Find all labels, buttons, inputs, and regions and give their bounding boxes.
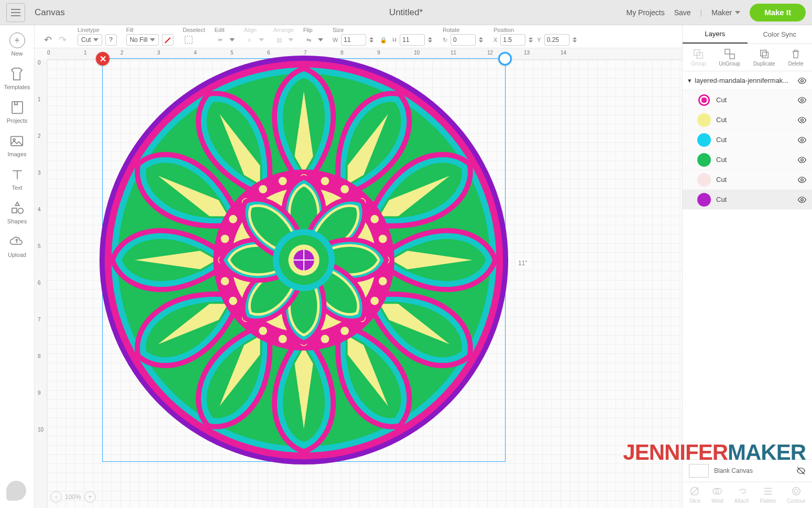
mandala-artwork[interactable] bbox=[97, 53, 511, 467]
machine-select[interactable]: Maker bbox=[711, 8, 740, 17]
footer-actions: Slice Weld Attach Flatten Contour bbox=[683, 482, 812, 508]
y-label: Y bbox=[537, 37, 541, 43]
tab-layers[interactable]: Layers bbox=[683, 25, 748, 44]
redo-button[interactable]: ↷ bbox=[57, 34, 68, 46]
svg-rect-3 bbox=[185, 36, 192, 44]
tab-colorsync[interactable]: Color Sync bbox=[748, 25, 813, 44]
new-label: New bbox=[11, 50, 23, 57]
rotate-handle[interactable] bbox=[498, 52, 512, 66]
duplicate-button[interactable]: Duplicate bbox=[753, 48, 775, 67]
upload-label: Upload bbox=[8, 252, 26, 258]
make-it-button[interactable]: Make It bbox=[750, 4, 806, 21]
new-tool[interactable]: + New bbox=[9, 33, 25, 57]
layer-row[interactable]: Cut bbox=[683, 150, 812, 170]
chevron-down-icon bbox=[735, 11, 740, 14]
undo-button[interactable]: ↶ bbox=[42, 34, 53, 46]
text-icon bbox=[9, 167, 25, 182]
visibility-toggle[interactable] bbox=[797, 155, 807, 165]
layer-thumb bbox=[697, 193, 711, 207]
layer-thumb bbox=[697, 173, 711, 187]
y-stepper[interactable] bbox=[573, 37, 578, 42]
y-input[interactable]: 0.25 bbox=[544, 34, 569, 46]
cut-button[interactable]: ✂ bbox=[215, 34, 226, 46]
zoom-out-button[interactable]: − bbox=[50, 491, 62, 503]
visibility-toggle[interactable] bbox=[797, 76, 807, 85]
projects-label: Projects bbox=[7, 117, 28, 124]
layer-row[interactable]: Cut bbox=[683, 110, 812, 130]
layer-label: Cut bbox=[716, 96, 727, 104]
ruler-vertical: 012345678910 bbox=[35, 60, 47, 508]
size-label: Size bbox=[333, 27, 433, 33]
fill-swatch[interactable] bbox=[162, 34, 173, 46]
lock-icon[interactable]: 🔒 bbox=[378, 34, 389, 46]
projects-tool[interactable]: Projects bbox=[7, 100, 28, 124]
fill-select[interactable]: No Fill bbox=[126, 34, 159, 46]
upload-tool[interactable]: Upload bbox=[8, 234, 26, 258]
templates-tool[interactable]: Templates bbox=[4, 66, 30, 90]
dimension-label: 11" bbox=[516, 259, 530, 267]
cloud-upload-icon bbox=[9, 234, 25, 250]
x-input[interactable]: 1.5 bbox=[500, 34, 525, 46]
menu-button[interactable] bbox=[6, 3, 25, 22]
layer-label: Cut bbox=[716, 196, 727, 203]
delete-button[interactable]: Delete bbox=[788, 48, 804, 67]
chat-icon[interactable] bbox=[6, 481, 26, 501]
document-title[interactable]: Untitled* bbox=[389, 7, 423, 18]
save-link[interactable]: Save bbox=[674, 8, 691, 17]
visibility-toggle[interactable] bbox=[797, 95, 807, 105]
svg-point-49 bbox=[801, 138, 804, 141]
layer-thumb bbox=[697, 153, 711, 167]
layer-group-row[interactable]: ▾ layered-mandala-jennifermak... bbox=[683, 71, 812, 90]
svg-point-22 bbox=[221, 235, 229, 243]
linetype-label: Linetype bbox=[78, 27, 117, 33]
layer-row[interactable]: Cut bbox=[683, 90, 812, 110]
right-panel: Layers Color Sync Group UnGroup Duplicat… bbox=[682, 25, 812, 508]
flip-label: Flip bbox=[303, 27, 323, 33]
rotate-stepper[interactable] bbox=[479, 37, 484, 42]
align-label: Align bbox=[244, 27, 264, 33]
svg-point-23 bbox=[229, 215, 237, 223]
svg-rect-42 bbox=[725, 49, 729, 54]
width-input[interactable]: 11 bbox=[341, 34, 366, 46]
my-projects-link[interactable]: My Projects bbox=[627, 8, 665, 17]
svg-rect-44 bbox=[760, 50, 766, 56]
svg-rect-43 bbox=[730, 54, 734, 59]
layer-row[interactable]: Cut bbox=[683, 130, 812, 150]
text-label: Text bbox=[12, 185, 22, 191]
watermark: JENNIFERMAKER bbox=[623, 440, 806, 465]
layer-row[interactable]: Cut bbox=[683, 170, 812, 190]
linetype-select[interactable]: Cut bbox=[78, 34, 102, 46]
shapes-tool[interactable]: Shapes bbox=[7, 200, 27, 224]
rotate-input[interactable]: 0 bbox=[451, 34, 476, 46]
x-stepper[interactable] bbox=[529, 37, 534, 42]
canvas-area[interactable]: 01234567891011121314 012345678910 ✕ 11" bbox=[35, 48, 682, 508]
zoom-in-button[interactable]: + bbox=[84, 491, 96, 503]
blank-swatch bbox=[689, 464, 709, 478]
images-tool[interactable]: Images bbox=[7, 133, 26, 157]
flip-button[interactable]: ⇋ bbox=[303, 34, 315, 46]
app-title: Canvas bbox=[35, 7, 65, 18]
width-stepper[interactable] bbox=[369, 37, 375, 42]
height-stepper[interactable] bbox=[428, 37, 433, 42]
deselect-button[interactable] bbox=[183, 34, 194, 46]
delete-handle[interactable]: ✕ bbox=[96, 52, 109, 66]
machine-label: Maker bbox=[711, 8, 732, 17]
layer-thumb bbox=[697, 113, 711, 127]
layer-row[interactable]: Cut bbox=[683, 190, 812, 210]
svg-point-47 bbox=[801, 99, 804, 101]
visibility-toggle[interactable] bbox=[797, 115, 807, 125]
x-label: X bbox=[493, 37, 497, 43]
zoom-control[interactable]: − 100% + bbox=[50, 491, 96, 503]
linetype-help[interactable]: ? bbox=[105, 34, 117, 46]
height-input[interactable]: 11 bbox=[400, 34, 425, 46]
arrange-label: Arrange bbox=[273, 27, 294, 33]
ungroup-button[interactable]: UnGroup bbox=[719, 48, 740, 67]
visibility-toggle[interactable] bbox=[797, 135, 807, 145]
text-tool[interactable]: Text bbox=[9, 167, 25, 191]
canvas-grid[interactable]: ✕ 11" bbox=[47, 60, 682, 508]
visibility-toggle[interactable] bbox=[797, 175, 807, 185]
visibility-hidden-icon[interactable] bbox=[796, 466, 806, 475]
align-button: ≡ bbox=[244, 34, 256, 46]
svg-point-32 bbox=[379, 235, 387, 243]
visibility-toggle[interactable] bbox=[797, 195, 807, 204]
